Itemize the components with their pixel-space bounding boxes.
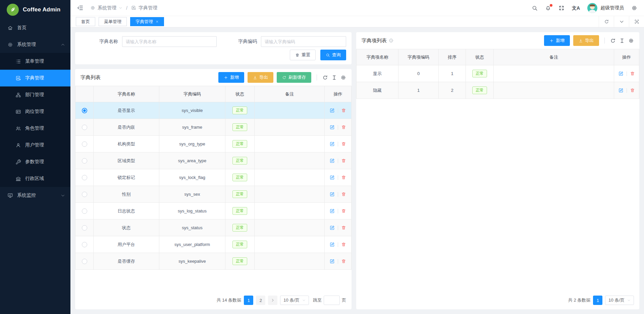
- table-row[interactable]: 日志状态 sys_log_status 正常: [75, 203, 352, 219]
- export-items-button[interactable]: 导出: [573, 35, 599, 46]
- table-row[interactable]: 性别 sys_sex 正常: [75, 186, 352, 203]
- export-button[interactable]: 导出: [248, 72, 273, 83]
- page-1-button[interactable]: 1: [593, 296, 602, 305]
- row-radio[interactable]: [82, 125, 87, 130]
- edit-icon[interactable]: [330, 208, 335, 213]
- page-1-button[interactable]: 1: [244, 296, 253, 305]
- row-radio[interactable]: [82, 259, 87, 264]
- refresh-page-button[interactable]: [599, 16, 614, 27]
- tab-options-button[interactable]: [614, 16, 629, 27]
- breadcrumb-section[interactable]: 系统管理: [98, 5, 116, 11]
- add-item-button[interactable]: 新增: [544, 35, 570, 46]
- delete-icon[interactable]: [341, 192, 346, 197]
- query-button[interactable]: 查询: [320, 50, 346, 60]
- refresh-cache-button[interactable]: 刷新缓存: [277, 72, 311, 83]
- delete-icon[interactable]: [341, 158, 346, 163]
- table-row[interactable]: 状态 sys_status 正常: [75, 219, 352, 236]
- column-settings-icon[interactable]: [340, 75, 346, 80]
- table-row[interactable]: 是否缓存 sys_keepalive 正常: [75, 253, 352, 270]
- page-size-select[interactable]: 10 条/页: [605, 296, 634, 305]
- delete-icon[interactable]: [341, 208, 346, 213]
- edit-icon[interactable]: [330, 108, 335, 113]
- row-radio[interactable]: [82, 175, 87, 180]
- translate-icon[interactable]: 文A: [572, 6, 580, 10]
- table-row[interactable]: 是否显示 sys_visible 正常: [75, 102, 352, 119]
- edit-icon[interactable]: [330, 225, 335, 230]
- user-menu[interactable]: 超级管理员: [587, 3, 624, 13]
- reload-table-icon[interactable]: [610, 38, 616, 44]
- row-radio[interactable]: [82, 225, 87, 231]
- column-settings-icon[interactable]: [628, 38, 634, 44]
- page-size-select[interactable]: 10 条/页: [280, 296, 309, 305]
- tab-menu-mgmt[interactable]: 菜单管理: [99, 17, 127, 26]
- table-row[interactable]: 锁定标记 sys_lock_flag 正常: [75, 169, 352, 186]
- edit-icon[interactable]: [330, 192, 335, 197]
- jump-page-input[interactable]: [324, 296, 340, 305]
- density-icon[interactable]: [619, 38, 625, 44]
- sidebar-item-region[interactable]: 行政区域: [0, 170, 70, 187]
- row-radio[interactable]: [82, 208, 87, 214]
- delete-icon[interactable]: [630, 71, 635, 76]
- reload-table-icon[interactable]: [322, 75, 328, 80]
- tab-home[interactable]: 首页: [76, 17, 95, 26]
- sidebar-item-system[interactable]: 系统管理: [0, 36, 70, 53]
- edit-icon[interactable]: [619, 71, 624, 76]
- search-icon[interactable]: [532, 5, 538, 11]
- cell-remark: [255, 152, 325, 169]
- sidebar-collapse-icon[interactable]: [77, 5, 84, 11]
- row-radio[interactable]: [82, 108, 87, 113]
- table-row[interactable]: 用户平台 sys_user_platform 正常: [75, 236, 352, 253]
- delete-icon[interactable]: [341, 259, 346, 264]
- add-button[interactable]: 新增: [218, 72, 244, 83]
- edit-icon[interactable]: [330, 259, 335, 264]
- sidebar-item-role-mgmt[interactable]: 角色管理: [0, 120, 70, 137]
- fullscreen-icon[interactable]: [558, 5, 565, 11]
- sidebar-item-dict-mgmt[interactable]: 字典管理: [0, 70, 70, 86]
- col-remark: 备注: [494, 49, 614, 65]
- edit-icon[interactable]: [330, 141, 335, 146]
- close-icon[interactable]: [156, 20, 159, 23]
- page-2-button[interactable]: 2: [256, 296, 265, 305]
- sidebar-item-label: 行政区域: [25, 176, 44, 182]
- reset-button[interactable]: 重置: [290, 50, 316, 60]
- row-radio[interactable]: [82, 158, 87, 164]
- row-radio[interactable]: [82, 242, 87, 247]
- sidebar-item-menu-mgmt[interactable]: 菜单管理: [0, 53, 70, 70]
- sidebar-item-dept-mgmt[interactable]: 部门管理: [0, 86, 70, 103]
- edit-icon[interactable]: [330, 175, 335, 180]
- tab-dict-mgmt[interactable]: 字典管理: [130, 17, 164, 26]
- delete-icon[interactable]: [341, 242, 346, 247]
- sidebar-item-home[interactable]: 首页: [0, 19, 70, 36]
- sidebar-item-user-mgmt[interactable]: 用户管理: [0, 137, 70, 153]
- maximize-button[interactable]: [629, 16, 644, 27]
- next-page-button[interactable]: [268, 296, 277, 305]
- density-icon[interactable]: [331, 75, 337, 80]
- edit-icon[interactable]: [330, 125, 335, 130]
- dict-code-input[interactable]: [261, 36, 346, 47]
- table-row[interactable]: 机构类型 sys_org_type 正常: [75, 136, 352, 152]
- edit-icon[interactable]: [330, 242, 335, 247]
- delete-icon[interactable]: [341, 141, 346, 146]
- delete-icon[interactable]: [341, 108, 346, 113]
- edit-icon[interactable]: [619, 88, 624, 93]
- settings-gear-icon[interactable]: [631, 5, 637, 11]
- delete-icon[interactable]: [341, 175, 346, 180]
- export-label: 导出: [259, 74, 268, 80]
- row-radio[interactable]: [82, 141, 87, 147]
- cell-name: 显示: [357, 65, 398, 82]
- sidebar-item-post-mgmt[interactable]: 岗位管理: [0, 103, 70, 120]
- sidebar-item-param-mgmt[interactable]: 参数管理: [0, 153, 70, 170]
- delete-icon[interactable]: [630, 88, 635, 93]
- table-row[interactable]: 是否内嵌 sys_frame 正常: [75, 119, 352, 136]
- table-row[interactable]: 显示 0 1 正常: [357, 65, 639, 82]
- edit-icon[interactable]: [330, 158, 335, 163]
- delete-icon[interactable]: [341, 225, 346, 230]
- notification-bell[interactable]: [545, 5, 551, 11]
- sidebar-item-monitor[interactable]: 系统监控: [0, 187, 70, 204]
- delete-icon[interactable]: [341, 125, 346, 130]
- dict-name-input[interactable]: [122, 36, 217, 47]
- row-radio[interactable]: [82, 192, 87, 197]
- table-row[interactable]: 隐藏 1 2 正常: [357, 82, 639, 99]
- table-row[interactable]: 区域类型 sys_area_type 正常: [75, 152, 352, 169]
- panel-title: 字典列表: [80, 74, 101, 81]
